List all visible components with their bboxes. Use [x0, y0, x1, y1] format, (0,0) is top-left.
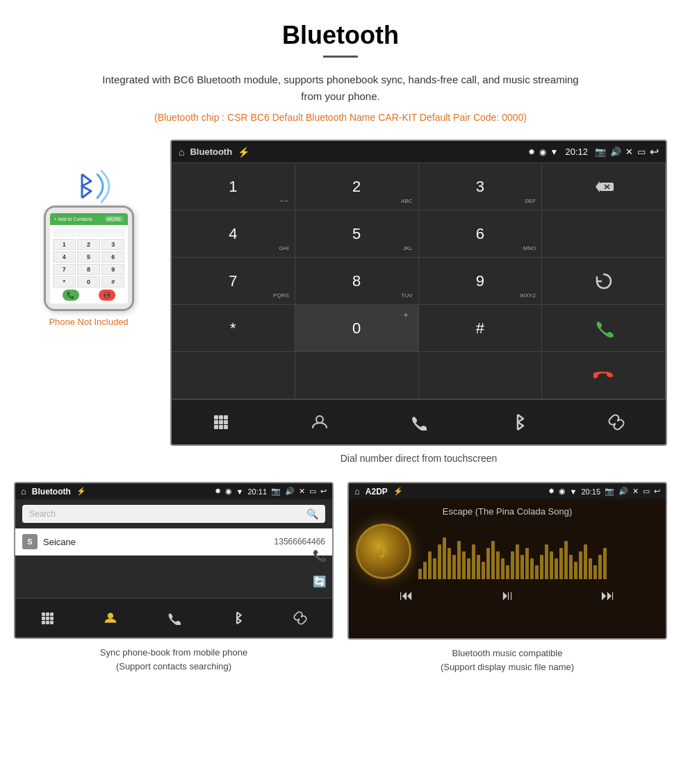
contacts-status-left: ⌂ Bluetooth ⚡: [21, 486, 86, 497]
dial-call-red[interactable]: [542, 352, 666, 399]
music-artwork-area: ♪: [356, 524, 659, 579]
contact-number: 13566664466: [274, 537, 325, 547]
viz-bar: [438, 544, 441, 579]
viz-bar: [569, 555, 573, 579]
music-close[interactable]: ✕: [632, 487, 639, 496]
phone-call-green-btn[interactable]: 📞: [63, 290, 79, 301]
contacts-close[interactable]: ✕: [299, 487, 305, 496]
phone-key-3[interactable]: 3: [101, 239, 124, 250]
viz-bar: [418, 569, 422, 579]
dial-backspace[interactable]: [542, 163, 666, 210]
svg-rect-8: [219, 420, 223, 424]
phone-key-1[interactable]: 1: [53, 239, 76, 250]
svg-rect-18: [42, 617, 45, 620]
contacts-refresh-icon[interactable]: 🔄: [313, 575, 327, 588]
dial-key-star[interactable]: *: [172, 305, 295, 352]
dial-key-0[interactable]: 0+: [295, 305, 419, 352]
contact-row-seicane[interactable]: S Seicane 13566664466: [15, 528, 332, 556]
viz-bar: [525, 548, 529, 579]
phone-key-8[interactable]: 8: [77, 264, 100, 275]
dial-key-6[interactable]: 6MNO: [419, 210, 543, 258]
contacts-nav-bt[interactable]: [223, 604, 251, 632]
contact-name: Seicane: [43, 537, 274, 547]
nav-link-icon[interactable]: [602, 408, 630, 436]
specs-text: (Bluetooth chip : CSR BC6 Default Blueto…: [0, 112, 681, 123]
nav-phone-icon[interactable]: [404, 408, 432, 436]
contacts-screen-title: Bluetooth: [32, 487, 71, 497]
svg-rect-11: [219, 425, 223, 429]
contacts-home-icon[interactable]: ⌂: [21, 486, 26, 497]
svg-rect-6: [224, 415, 228, 419]
dial-key-hash[interactable]: #: [419, 305, 543, 352]
music-usb: ⚡: [393, 487, 403, 496]
contacts-side-icons: 📞 🔄: [313, 549, 327, 588]
page-title: Bluetooth: [0, 0, 681, 56]
contacts-nav-person[interactable]: [97, 604, 124, 632]
back-icon[interactable]: ↩: [650, 145, 659, 158]
contacts-phone-icon[interactable]: 📞: [313, 549, 327, 562]
dial-refresh[interactable]: [542, 258, 666, 305]
viz-bar: [516, 544, 519, 579]
next-track-btn[interactable]: ⏭: [601, 587, 615, 603]
dial-key-4[interactable]: 4GHI: [172, 210, 295, 258]
phone-key-2[interactable]: 2: [77, 239, 100, 250]
refresh-icon: [594, 272, 614, 291]
dial-call-green[interactable]: [542, 305, 666, 352]
viz-bar: [559, 548, 563, 579]
viz-bar: [423, 562, 427, 579]
search-icon[interactable]: 🔍: [306, 508, 318, 519]
music-back[interactable]: ↩: [654, 487, 660, 496]
prev-track-btn[interactable]: ⏮: [400, 587, 413, 603]
phone-key-star[interactable]: *: [53, 276, 76, 287]
nav-bluetooth-icon[interactable]: [504, 408, 532, 436]
dial-key-8[interactable]: 8TUV: [295, 258, 419, 305]
nav-dialpad-icon[interactable]: [207, 408, 235, 436]
phone-key-hash[interactable]: #: [101, 276, 124, 287]
viz-bar: [511, 551, 514, 579]
svg-rect-21: [42, 621, 45, 624]
dial-key-7[interactable]: 7PQRS: [172, 258, 295, 305]
music-home-icon[interactable]: ⌂: [354, 486, 360, 497]
contacts-win: ▭: [309, 487, 316, 496]
phone-key-5[interactable]: 5: [77, 251, 100, 262]
music-caption: Bluetooth music compatible(Support displ…: [441, 647, 574, 674]
chain-icon: [608, 414, 625, 431]
close-icon[interactable]: ✕: [625, 147, 633, 157]
music-screen-title: A2DP: [366, 487, 388, 497]
phone-screen: + Add to Contacts MORE 1 2 3 4 5 6 7 8 9: [50, 213, 128, 303]
dial-key-1[interactable]: 1∽∽: [172, 163, 295, 210]
phone-key-9[interactable]: 9: [101, 264, 124, 275]
search-input-mock[interactable]: Search 🔍: [22, 505, 325, 523]
contacts-vol: 🔊: [285, 487, 295, 496]
phone-call-red-btn[interactable]: 📵: [99, 290, 115, 301]
play-pause-btn[interactable]: ⏯: [500, 587, 514, 603]
music-status-right: ✸ ◉ ▼ 20:15 📷 🔊 ✕ ▭ ↩: [548, 487, 660, 496]
contacts-nav-link[interactable]: [286, 604, 314, 632]
phone-area: + Add to Contacts MORE 1 2 3 4 5 6 7 8 9: [14, 140, 163, 327]
phone-grid: 1 2 3 4 5 6 7 8 9 * 0 #: [53, 239, 125, 287]
phone-key-0[interactable]: 0: [77, 276, 100, 287]
phone-key-4[interactable]: 4: [53, 251, 76, 262]
phonebook-item: ⌂ Bluetooth ⚡ ✸ ◉ ▼ 20:11 📷 🔊 ✕ ▭ ↩: [14, 482, 334, 674]
home-icon[interactable]: ⌂: [179, 147, 184, 158]
contacts-time: 20:11: [247, 487, 267, 496]
dial-key-5[interactable]: 5JKL: [295, 210, 419, 258]
phone-icon-small: [167, 611, 181, 625]
dial-key-3[interactable]: 3DEF: [419, 163, 543, 210]
volume-icon: 🔊: [610, 147, 621, 157]
contacts-back[interactable]: ↩: [320, 487, 327, 496]
contacts-nav-phone[interactable]: [160, 604, 188, 632]
phone-key-7[interactable]: 7: [53, 264, 76, 275]
dial-key-9[interactable]: 9WXYZ: [419, 258, 543, 305]
nav-contacts-icon[interactable]: [306, 408, 334, 436]
svg-rect-19: [46, 617, 49, 620]
phone-dialpad: 1 2 3 4 5 6 7 8 9 * 0 # 📞: [50, 225, 128, 303]
phone-key-6[interactable]: 6: [101, 251, 124, 262]
music-caption-text: Bluetooth music compatible(Support displ…: [441, 648, 574, 672]
search-placeholder: Search: [29, 509, 56, 519]
contacts-nav-grid[interactable]: [33, 604, 61, 632]
contacts-bottom-nav: [15, 598, 332, 637]
dial-key-2[interactable]: 2ABC: [295, 163, 419, 210]
viz-bar: [598, 555, 602, 579]
camera-icon: 📷: [595, 147, 606, 157]
